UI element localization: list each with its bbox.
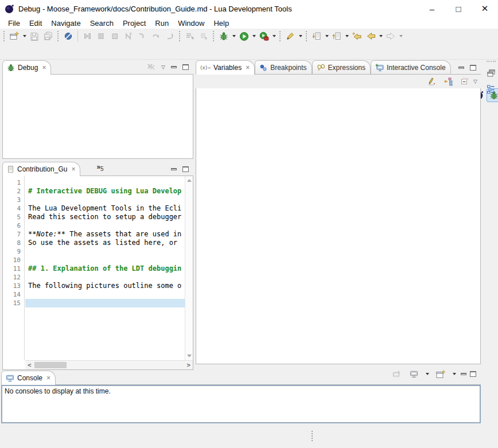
debug-maximize-icon[interactable] bbox=[182, 64, 189, 70]
toolbar-grip[interactable] bbox=[57, 31, 59, 41]
variables-toolbar: ▽ bbox=[196, 75, 481, 88]
tab-interactive-console[interactable]: Interactive Console bbox=[371, 60, 451, 74]
variables-minimize-icon[interactable] bbox=[458, 67, 464, 69]
menu-search[interactable]: Search bbox=[85, 17, 118, 29]
previous-annotation-dropdown[interactable] bbox=[344, 29, 350, 43]
show-type-names-icon[interactable] bbox=[425, 75, 439, 88]
debug-view-menu-icon[interactable]: ▽ bbox=[161, 64, 165, 70]
next-annotation-dropdown[interactable] bbox=[324, 29, 330, 43]
save-all-button[interactable] bbox=[41, 29, 55, 43]
editor-line[interactable]: **Note:** The assets that are used in bbox=[25, 230, 185, 239]
collapse-all-icon[interactable] bbox=[457, 75, 471, 88]
variables-view-menu-icon[interactable]: ▽ bbox=[473, 79, 477, 84]
editor-line[interactable] bbox=[25, 196, 185, 204]
menu-run[interactable]: Run bbox=[150, 17, 173, 29]
open-console-dropdown[interactable] bbox=[451, 367, 457, 381]
open-console-icon[interactable] bbox=[434, 367, 448, 381]
debug-dropdown[interactable] bbox=[231, 29, 237, 43]
window-close-button[interactable]: ✕ bbox=[472, 0, 498, 17]
window-maximize-button[interactable]: □ bbox=[445, 0, 472, 17]
display-selected-console-icon[interactable] bbox=[407, 367, 421, 381]
window-minimize-button[interactable]: – bbox=[419, 0, 445, 17]
external-tools-dropdown[interactable] bbox=[271, 29, 277, 43]
new-wizard-button[interactable] bbox=[7, 29, 21, 43]
editor-gutter[interactable]: 123456789101112131415 bbox=[3, 176, 25, 360]
toolbar-grip[interactable] bbox=[279, 31, 281, 41]
editor-horizontal-scrollbar[interactable]: < > bbox=[25, 360, 193, 369]
debug-view-content[interactable] bbox=[2, 75, 193, 159]
strip-grip[interactable] bbox=[487, 61, 496, 64]
editor-tab-overflow[interactable]: »5 bbox=[96, 163, 103, 176]
external-tools-button[interactable] bbox=[257, 29, 271, 43]
menu-navigate[interactable]: Navigate bbox=[46, 17, 85, 29]
editor-minimize-icon[interactable] bbox=[171, 168, 177, 170]
editor-line[interactable]: The Lua Development Tools in the Ecli bbox=[25, 204, 185, 213]
statusbar-grip[interactable] bbox=[312, 431, 313, 441]
debug-button[interactable] bbox=[217, 29, 231, 43]
pin-console-icon bbox=[390, 367, 403, 381]
editor-line[interactable] bbox=[25, 247, 185, 256]
menu-window[interactable]: Window bbox=[173, 17, 209, 29]
console-minimize-icon[interactable] bbox=[461, 373, 466, 375]
variables-maximize-icon[interactable] bbox=[470, 65, 476, 71]
debug-minimize-icon[interactable] bbox=[171, 66, 177, 68]
tab-expressions[interactable]: Expressions bbox=[312, 60, 371, 74]
next-annotation-button[interactable] bbox=[310, 29, 324, 43]
editor-line[interactable]: The following pictures outline some o bbox=[25, 282, 185, 290]
editor-vertical-scrollbar[interactable] bbox=[185, 176, 193, 360]
menu-edit[interactable]: Edit bbox=[25, 17, 46, 29]
save-button[interactable] bbox=[28, 29, 41, 43]
new-wizard-dropdown[interactable] bbox=[21, 29, 28, 43]
editor-line[interactable] bbox=[25, 178, 185, 187]
run-button[interactable] bbox=[237, 29, 251, 43]
menu-file[interactable]: File bbox=[3, 17, 25, 29]
editor-line[interactable] bbox=[25, 290, 185, 299]
last-edit-location-button[interactable] bbox=[350, 29, 364, 43]
highlighter-dropdown[interactable] bbox=[297, 29, 304, 43]
highlighter-button[interactable] bbox=[283, 29, 297, 43]
tab-console[interactable]: Console × bbox=[1, 371, 56, 385]
menu-project[interactable]: Project bbox=[118, 17, 150, 29]
tab-variables-close-icon[interactable]: × bbox=[246, 64, 250, 72]
menu-help[interactable]: Help bbox=[209, 17, 234, 29]
tab-contribution-guide-close-icon[interactable]: × bbox=[71, 165, 75, 173]
tab-debug-close-icon[interactable]: × bbox=[42, 64, 46, 72]
console-content[interactable]: No consoles to display at this time. bbox=[1, 385, 481, 423]
outline-view-icon[interactable] bbox=[484, 82, 498, 96]
tab-breakpoints[interactable]: Breakpoints bbox=[255, 60, 312, 74]
toolbar-grip[interactable] bbox=[179, 31, 181, 41]
tab-console-close-icon[interactable]: × bbox=[46, 374, 50, 382]
scroll-down-icon[interactable] bbox=[187, 354, 192, 357]
tab-contribution-guide[interactable]: Contribution_Gu × bbox=[2, 162, 80, 176]
scrollbar-thumb[interactable] bbox=[34, 362, 67, 368]
editor-code[interactable]: # Interactive DEBUG using Lua DevelopThe… bbox=[25, 176, 185, 360]
editor-line[interactable]: ## 1. Explanation of the LDT debuggin bbox=[25, 264, 185, 273]
scroll-up-icon[interactable] bbox=[187, 179, 192, 182]
toolbar-grip[interactable] bbox=[306, 31, 308, 41]
console-icon bbox=[6, 375, 14, 382]
console-maximize-icon[interactable] bbox=[470, 371, 476, 377]
editor-line[interactable]: So use the assets as listed here, or bbox=[25, 239, 185, 247]
tab-variables[interactable]: (x)= Variables × bbox=[196, 60, 255, 75]
back-button[interactable] bbox=[364, 29, 378, 43]
editor-maximize-icon[interactable] bbox=[182, 166, 189, 172]
previous-annotation-button[interactable] bbox=[330, 29, 344, 43]
display-console-dropdown[interactable] bbox=[424, 367, 430, 381]
editor-line[interactable] bbox=[25, 273, 185, 282]
toolbar-grip[interactable] bbox=[213, 31, 215, 41]
run-dropdown[interactable] bbox=[251, 29, 257, 43]
editor-line[interactable]: Read this section to setup a debugger bbox=[25, 213, 185, 221]
skip-all-breakpoints-button[interactable] bbox=[61, 29, 75, 43]
scroll-right-icon[interactable]: > bbox=[186, 363, 190, 368]
scroll-left-icon[interactable]: < bbox=[28, 363, 32, 368]
editor-line[interactable] bbox=[25, 299, 185, 307]
tab-debug[interactable]: Debug × bbox=[2, 60, 51, 75]
back-dropdown[interactable] bbox=[378, 29, 384, 43]
show-logical-structures-icon[interactable] bbox=[441, 75, 455, 88]
editor-line[interactable] bbox=[25, 256, 185, 264]
editor-line[interactable] bbox=[25, 221, 185, 230]
restore-views-icon[interactable] bbox=[484, 66, 498, 80]
toolbar-grip[interactable] bbox=[3, 31, 5, 41]
variables-view-content[interactable] bbox=[196, 88, 481, 364]
editor-line[interactable]: # Interactive DEBUG using Lua Develop bbox=[25, 187, 185, 196]
